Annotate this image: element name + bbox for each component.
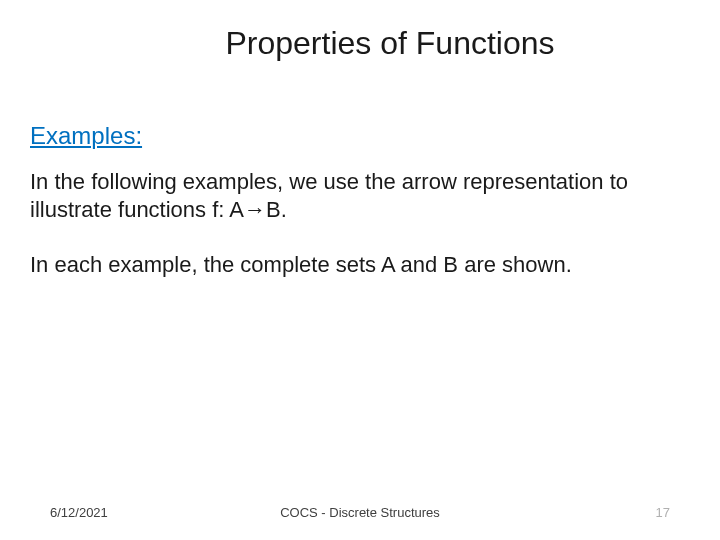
slide-footer: 6/12/2021 COCS - Discrete Structures 17 [0, 505, 720, 520]
intro-paragraph-2: In each example, the complete sets A and… [30, 251, 690, 279]
footer-date: 6/12/2021 [50, 505, 108, 520]
footer-page-number: 17 [656, 505, 670, 520]
slide-title: Properties of Functions [90, 25, 690, 62]
slide-container: Properties of Functions Examples: In the… [0, 0, 720, 540]
examples-heading: Examples: [30, 122, 690, 150]
intro-paragraph-1: In the following examples, we use the ar… [30, 168, 690, 223]
footer-course: COCS - Discrete Structures [280, 505, 440, 520]
